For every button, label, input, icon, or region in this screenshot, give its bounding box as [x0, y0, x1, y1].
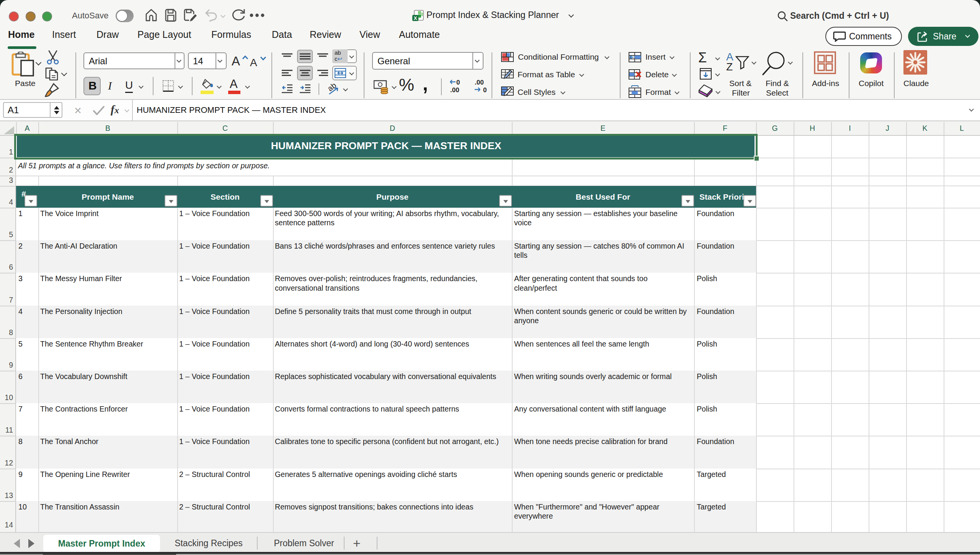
svg-text:X: X: [414, 15, 417, 21]
